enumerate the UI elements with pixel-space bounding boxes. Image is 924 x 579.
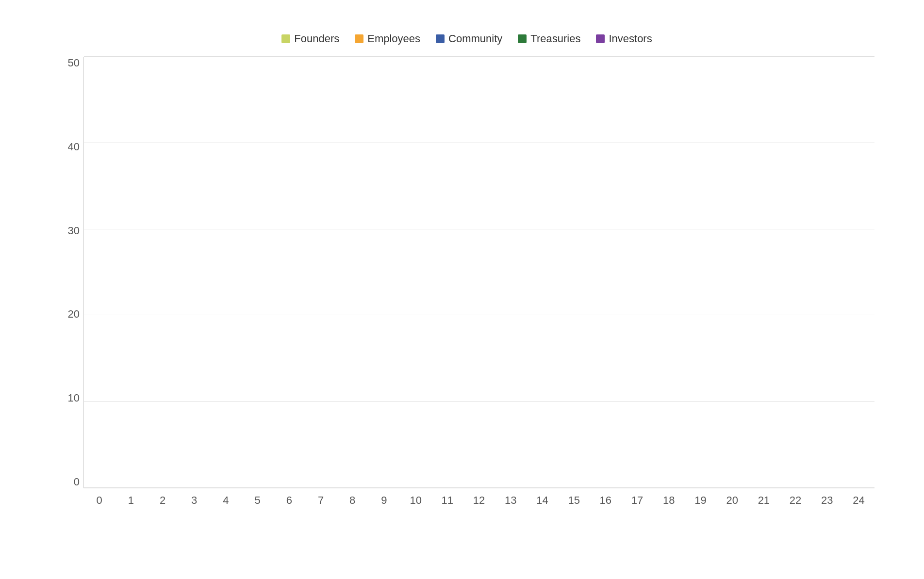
- legend-color-investors: [596, 34, 605, 43]
- legend-item-investors: Investors: [596, 32, 652, 45]
- grid-line: [84, 229, 874, 229]
- chart-legend: FoundersEmployeesCommunityTreasuriesInve…: [59, 32, 874, 45]
- legend-color-community: [436, 34, 445, 43]
- x-label: 17: [621, 494, 653, 507]
- x-label: 2: [147, 494, 178, 507]
- x-label: 18: [653, 494, 685, 507]
- x-labels: 0123456789101112131415161718192021222324: [83, 488, 874, 513]
- x-label: 12: [463, 494, 495, 507]
- y-label: 10: [59, 392, 83, 404]
- x-label: 5: [242, 494, 273, 507]
- x-label: 20: [716, 494, 748, 507]
- x-label: 0: [83, 494, 115, 507]
- x-label: 15: [558, 494, 590, 507]
- y-label: 30: [59, 225, 83, 237]
- legend-color-employees: [355, 34, 363, 43]
- x-label: 14: [527, 494, 558, 507]
- x-label: 19: [685, 494, 716, 507]
- legend-item-employees: Employees: [355, 32, 420, 45]
- x-label: 24: [843, 494, 874, 507]
- x-label: 6: [273, 494, 305, 507]
- legend-label-treasuries: Treasuries: [530, 32, 580, 45]
- y-label: 20: [59, 308, 83, 321]
- bars-wrapper: [84, 57, 874, 488]
- x-label: 21: [748, 494, 779, 507]
- x-label: 23: [811, 494, 843, 507]
- legend-item-founders: Founders: [281, 32, 339, 45]
- x-label: 8: [337, 494, 368, 507]
- x-label: 16: [590, 494, 621, 507]
- x-label: 13: [495, 494, 527, 507]
- legend-label-founders: Founders: [294, 32, 339, 45]
- legend-label-investors: Investors: [609, 32, 652, 45]
- x-label: 11: [431, 494, 463, 507]
- legend-item-community: Community: [436, 32, 502, 45]
- x-label: 4: [210, 494, 242, 507]
- grid-line: [84, 143, 874, 143]
- legend-label-employees: Employees: [367, 32, 420, 45]
- x-label: 22: [779, 494, 811, 507]
- legend-color-treasuries: [518, 34, 527, 43]
- x-label: 9: [368, 494, 400, 507]
- y-label: 40: [59, 141, 83, 153]
- chart-area: 01020304050 0123456789101112131415161718…: [59, 57, 874, 513]
- y-axis: 01020304050: [59, 57, 83, 488]
- y-label: 50: [59, 57, 83, 69]
- x-label: 3: [179, 494, 210, 507]
- grid-line: [84, 315, 874, 315]
- grid-line: [84, 56, 874, 57]
- legend-color-founders: [281, 34, 290, 43]
- x-label: 1: [115, 494, 147, 507]
- chart-container: FoundersEmployeesCommunityTreasuriesInve…: [20, 23, 904, 556]
- grid-line: [84, 401, 874, 402]
- grid-line: [84, 487, 874, 488]
- x-label: 10: [400, 494, 431, 507]
- legend-item-treasuries: Treasuries: [518, 32, 580, 45]
- plot-area: [83, 57, 874, 488]
- y-label: 0: [59, 476, 83, 488]
- legend-label-community: Community: [448, 32, 502, 45]
- x-label: 7: [305, 494, 336, 507]
